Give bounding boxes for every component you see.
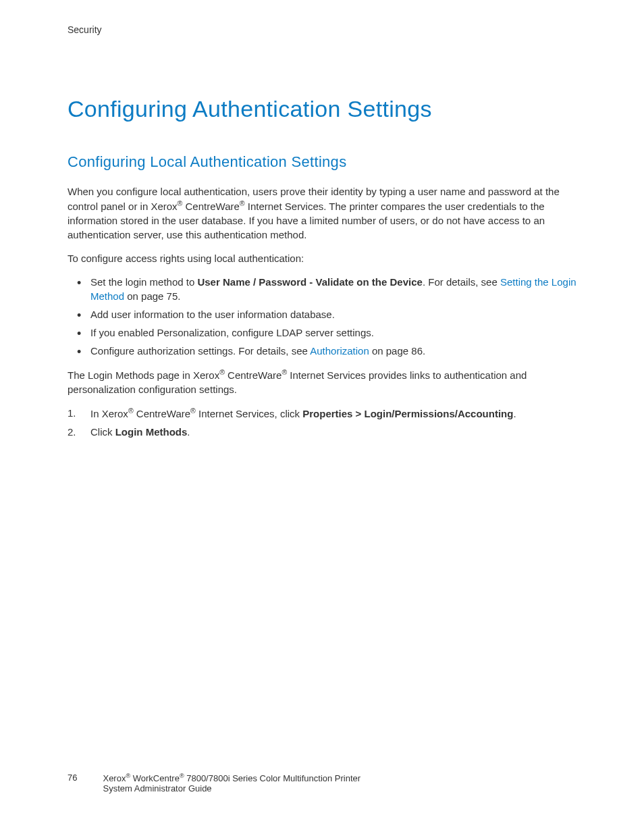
list-item: If you enabled Personalization, configur… (68, 325, 576, 340)
list-item: 2. Click Login Methods. (68, 425, 576, 439)
intro-paragraph: When you configure local authentication,… (68, 184, 576, 242)
numbered-list: 1. In Xerox® CentreWare® Internet Servic… (68, 406, 576, 439)
page-title: Configuring Authentication Settings (68, 96, 576, 122)
instruction-paragraph: To configure access rights using local a… (68, 251, 576, 265)
document-page: Security Configuring Authentication Sett… (0, 0, 644, 834)
login-methods-paragraph: The Login Methods page in Xerox® CentreW… (68, 367, 576, 396)
footer-text: Xerox® WorkCentre® 7800/7800i Series Col… (103, 773, 360, 793)
link-authorization[interactable]: Authorization (310, 345, 369, 357)
list-item: Add user information to the user informa… (68, 307, 576, 321)
list-item: Set the login method to User Name / Pass… (68, 275, 576, 303)
page-footer: 76 Xerox® WorkCentre® 7800/7800i Series … (68, 773, 576, 793)
list-item: 1. In Xerox® CentreWare® Internet Servic… (68, 406, 576, 421)
bullet-list: Set the login method to User Name / Pass… (68, 275, 576, 358)
page-number: 76 (68, 773, 77, 783)
header-section-label: Security (68, 24, 576, 35)
list-item: Configure authorization settings. For de… (68, 344, 576, 358)
section-heading: Configuring Local Authentication Setting… (68, 153, 576, 171)
